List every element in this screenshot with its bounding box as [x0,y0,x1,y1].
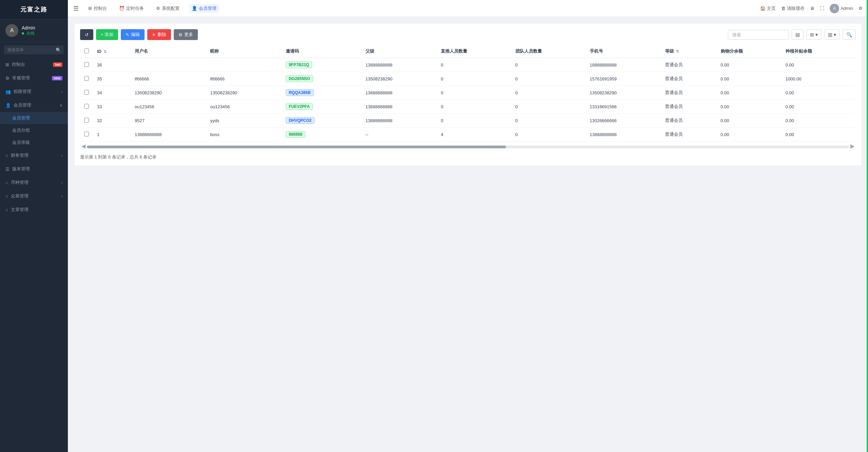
filter-button[interactable]: ▥ ▾ [824,30,840,40]
cell-level: 普通会员 [661,100,716,114]
hamburger-icon[interactable]: ☰ [73,5,79,12]
cell-team-count: 0 [511,58,586,72]
cell-phone: 13888888888 [586,128,661,142]
topnav-dashboard[interactable]: ⊞ 控制台 [86,4,110,13]
row-checkbox-cell [80,114,93,128]
cell-team-count: 0 [511,100,586,114]
row-checkbox[interactable] [84,90,89,95]
search-button[interactable]: 🔍 [843,30,856,40]
more-button[interactable]: ⚙ 更多 [174,29,198,40]
select-all-checkbox[interactable] [84,49,89,53]
delete-button[interactable]: ✕ 删除 [147,29,171,40]
topnav-icon1[interactable]: 🖥 [810,6,814,11]
cell-parent: 13888888888 [361,86,437,100]
row-checkbox-cell [80,86,93,100]
sidebar-subitem-member-manage[interactable]: 会员管理 [0,112,68,124]
content-card: ↺ + 添加 ✎ 编辑 ✕ 删除 ⚙ 更多 [75,24,861,166]
topnav-fullscreen[interactable]: ⛶ [820,6,824,11]
topnav-schedule[interactable]: ⏰ 定时任务 [116,4,147,13]
horizontal-scrollbar[interactable] [87,146,849,148]
topnav-sysconfig[interactable]: ⚙ 系统配置 [153,4,182,13]
sidebar-item-members[interactable]: 👤 会员管理 ∨ [0,98,68,112]
status-dot-icon [22,32,24,35]
topnav-admin[interactable]: A Admin [830,4,853,13]
col-parent: 父级 [361,45,437,58]
topnav-settings[interactable]: ⚙ [858,6,863,11]
sidebar-item-label: 文章管理 [11,207,29,213]
sidebar-item-article[interactable]: ○ 文章管理 [0,203,68,216]
topnav-item-label: 控制台 [94,5,107,12]
trash-icon: 🗑 [781,6,786,11]
cell-direct-count: 0 [437,114,511,128]
sidebar-subitem-member-level[interactable]: 会员等级 [0,136,68,149]
cell-invite-code: RQQA386B [282,86,361,100]
column-toggle-button[interactable]: ▤ [792,30,804,40]
table-row: 35 lf66666 lf66666 DG285N5O 13508238290 … [80,72,856,86]
cell-team-count: 0 [511,72,586,86]
cell-nickname: yyds [206,114,281,128]
cell-shopping-balance: 0.00 [717,86,781,100]
cell-direct-count: 4 [437,128,511,142]
cell-invite-code: FUEV2PFA [282,100,361,114]
edit-button[interactable]: ✎ 编辑 [121,29,145,40]
table-row: 33 ou123456 ou123456 FUEV2PFA 1388888888… [80,100,856,114]
cell-parent: 13888888888 [361,114,437,128]
topnav-clear-cache[interactable]: 🗑 清除缓存 [781,5,805,12]
topnav-members[interactable]: 👤 会员管理 [189,4,219,13]
sidebar-item-general[interactable]: ⚙ 常规管理 new [0,71,68,85]
article-icon: ○ [5,207,8,212]
chevron-right-icon: › [61,181,62,185]
layout-button[interactable]: ⊞ ▾ [806,30,822,40]
sidebar-item-label: 控制台 [12,61,25,68]
invite-code-tag: DG285N5O [286,75,313,82]
refresh-button[interactable]: ↺ [80,29,93,40]
cell-plant-balance: 0.00 [781,86,856,100]
col-shopping-balance: 购物分余额 [717,45,781,58]
sidebar-item-version[interactable]: ☰ 版本管理 [0,162,68,176]
cell-username: lf66666 [131,72,206,86]
row-checkbox[interactable] [84,118,89,123]
new-badge: new [52,76,62,80]
add-button[interactable]: + 添加 [96,29,118,40]
sidebar-item-currency[interactable]: ○ 币种管理 › [0,176,68,189]
search-menu-input[interactable] [4,45,64,54]
cell-username: 9527 [131,114,206,128]
members-table: ID ⇅ 用户名 昵称 邀请码 父级 直推人员数量 团队人员数量 手机号 等级 … [80,45,856,142]
users-icon: 👥 [5,89,11,94]
topnav-item-label: 会员管理 [199,5,216,12]
scrollbar-thumb [87,146,506,148]
col-invite-code: 邀请码 [282,45,361,58]
scroll-left-icon[interactable]: ◀ [80,143,87,149]
delete-icon: ✕ [152,32,156,37]
fullscreen-icon: ⛶ [820,6,824,11]
cell-nickname: boss [206,128,281,142]
sidebar-item-crowdfund[interactable]: ○ 众筹管理 › [0,189,68,203]
row-checkbox[interactable] [84,132,89,136]
cell-direct-count: 0 [437,58,511,72]
cell-nickname [206,58,281,72]
table-search-input[interactable] [728,30,789,40]
sidebar-item-permissions[interactable]: 👥 权限管理 › [0,85,68,98]
sidebar-item-label: 币种管理 [11,180,29,186]
invite-code-tag: 9FP7B21Q [286,61,312,68]
settings-icon: ⚙ [5,76,10,81]
sidebar-subitem-member-group[interactable]: 会员分组 [0,124,68,136]
cell-invite-code: 9FP7B21Q [282,58,361,72]
scroll-right-icon[interactable]: ▶ [849,143,856,149]
topnav-home[interactable]: 🏠 主页 [760,5,776,12]
sidebar-item-dashboard[interactable]: ⊞ 控制台 hot [0,58,68,71]
sidebar-item-finance[interactable]: ○ 财务管理 › [0,149,68,162]
cell-team-count: 0 [511,114,586,128]
cell-plant-balance: 0.00 [781,100,856,114]
username-label: Admin [22,25,35,31]
row-checkbox[interactable] [84,62,89,67]
toolbar-left: ↺ + 添加 ✎ 编辑 ✕ 删除 ⚙ 更多 [80,29,198,40]
person-icon: 👤 [5,103,11,108]
chevron-down-icon: ∨ [60,103,62,108]
row-checkbox[interactable] [84,76,89,81]
cell-id: 36 [93,58,131,72]
col-team-count: 团队人员数量 [511,45,586,58]
row-checkbox[interactable] [84,104,89,109]
user-status: 在线 [22,31,35,36]
accent-bar [867,0,868,452]
